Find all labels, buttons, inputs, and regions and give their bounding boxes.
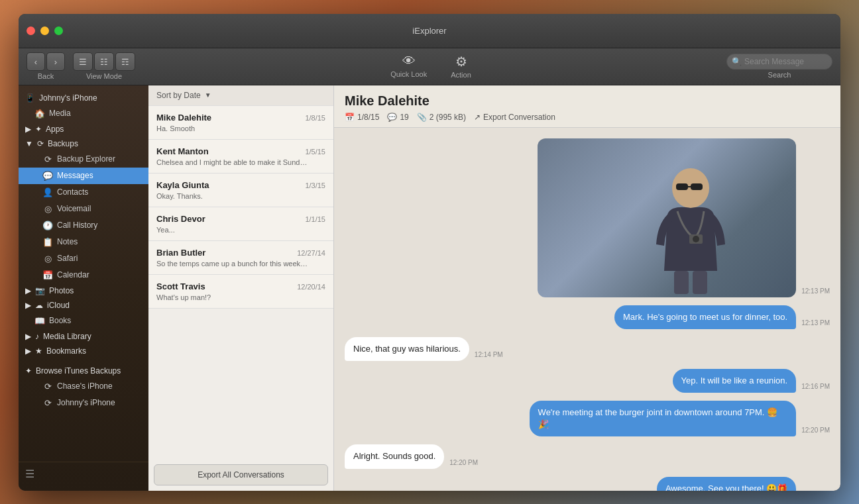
calendar-icon: 📅 [42,270,53,280]
sidebar-browse-itunes[interactable]: ✦ Browse iTunes Backups [19,364,148,378]
message-row-4: We're meeting at the burger joint in dow… [345,401,830,436]
conversation-item-mike[interactable]: Mike Dalehite 1/8/15 Ha. Smooth [148,106,333,140]
calendar-meta-icon: 📅 [345,113,355,122]
sidebar-label-notes: Notes [57,237,78,246]
sidebar-label-contacts: Contacts [57,187,88,197]
message-bubble-1: Mark. He's going to meet us for dinner, … [614,305,796,329]
back-button[interactable]: ‹ [27,52,45,71]
sidebar-label-call-history: Call History [57,221,97,230]
message-list-panel: Sort by Date ▼ Mike Dalehite 1/8/15 Ha. … [148,85,334,491]
media-icon: 🏠 [34,109,45,119]
sidebar-item-notes[interactable]: 📋 Notes [19,234,148,250]
sidebar-item-messages[interactable]: 💬 Messages [19,168,148,184]
arrow-icon-backups: ▼ [25,139,33,148]
conv-date-kayla: 1/3/15 [305,181,325,189]
apps-icon: ✦ [35,125,42,134]
sidebar-label-media: Media [49,109,71,118]
hamburger-menu-button[interactable]: ☰ [25,468,34,480]
chat-area: Mike Dalehite 📅 1/8/15 💬 19 📎 2 (995 kB) [334,85,840,491]
sidebar-item-chase-iphone[interactable]: ⟳ Chase's iPhone [19,378,148,395]
sidebar-item-johnny-iphone[interactable]: ⟳ Johnny's iPhone [19,395,148,411]
message-bubble-5: Alright. Sounds good. [345,444,444,468]
gear-icon: ⚙ [455,54,467,70]
sidebar-label-messages: Messages [57,171,93,180]
sidebar-label-icloud: iCloud [47,301,70,310]
sidebar-item-media[interactable]: 🏠 Media [19,105,148,122]
sidebar-item-backup-explorer[interactable]: ⟳ Backup Explorer [19,151,148,168]
sidebar-item-photos[interactable]: ▶ 📷 Photos [19,283,148,298]
minimize-button[interactable] [40,26,49,35]
msg-time-3: 12:16 PM [801,383,830,393]
conv-date-chris: 1/1/15 [305,215,325,223]
search-group: 🔍 Search [726,54,832,79]
view-list-button[interactable]: ☰ [73,52,93,71]
sidebar-item-call-history[interactable]: 🕐 Call History [19,217,148,234]
message-count-icon: 💬 [387,113,397,122]
sidebar-item-safari[interactable]: ◎ Safari [19,250,148,267]
conversation-item-chris[interactable]: Chris Devor 1/1/15 Yea... [148,207,333,241]
quick-look-button[interactable]: 👁 Quick Look [385,51,432,81]
conv-preview-brian: So the temps came up a bunch for this we… [156,260,309,268]
safari-icon: ◎ [42,254,53,264]
sidebar-item-media-library[interactable]: ▶ ♪ Media Library [19,329,148,344]
view-columns-button[interactable]: ☷ [94,52,114,71]
view-mode-label: View Mode [86,72,122,80]
voicemail-icon: ◎ [42,204,53,214]
conversation-item-brian[interactable]: Brian Butler 12/27/14 So the temps came … [148,241,333,275]
search-label: Search [768,71,791,79]
conversation-item-kent[interactable]: Kent Manton 1/5/15 Chelsea and I might b… [148,140,333,174]
sidebar-item-apps[interactable]: ▶ ✦ Apps [19,122,148,136]
nav-group: ‹ › Back [27,52,65,80]
msg-time-2: 12:14 PM [475,351,503,361]
sidebar-item-calendar[interactable]: 📅 Calendar [19,267,148,283]
export-conv-label: Export Conversation [483,113,555,122]
toolbar: ‹ › Back ☰ ☷ ☶ View Mode 👁 Quick Look ⚙ … [19,48,840,85]
svg-rect-1 [676,183,688,190]
view-grid-button[interactable]: ☶ [115,52,135,71]
sort-label[interactable]: Sort by Date [156,91,201,100]
conv-date-scott: 12/20/14 [297,283,325,291]
sidebar-item-bookmarks[interactable]: ▶ ★ Bookmarks [19,344,148,358]
view-mode-group: ☰ ☷ ☶ View Mode [73,52,135,80]
export-conversation-button[interactable]: ↗ Export Conversation [474,113,555,122]
iphone-icon: 📱 [25,93,35,103]
sidebar-label-backup-explorer: Backup Explorer [57,154,115,164]
toolbar-center: 👁 Quick Look ⚙ Action [141,51,721,81]
export-all-button[interactable]: Export All Conversations [154,464,328,485]
sort-arrow-icon: ▼ [205,91,211,99]
device-name: Johnny's iPhone [39,93,97,103]
chat-title: Mike Dalehite [345,93,830,109]
action-button[interactable]: ⚙ Action [445,51,477,81]
maximize-button[interactable] [54,26,63,35]
arrow-icon-bookmarks: ▶ [25,346,31,356]
conv-name-brian: Brian Butler [156,248,205,258]
sidebar-item-books[interactable]: 📖 Books [19,313,148,329]
conversation-item-kayla[interactable]: Kayla Giunta 1/3/15 Okay. Thanks. [148,174,333,207]
conv-preview-mike: Ha. Smooth [156,125,309,132]
main-content: 📱 Johnny's iPhone 🏠 Media ▶ ✦ Apps ▼ ⟳ B… [19,85,840,491]
message-row-1: Mark. He's going to meet us for dinner, … [345,305,830,329]
forward-button[interactable]: › [46,52,65,71]
search-input-wrap: 🔍 [726,54,832,70]
search-input[interactable] [726,54,832,70]
attachment-icon: 📎 [417,113,427,122]
chat-date: 1/8/15 [357,113,379,122]
sidebar-item-voicemail[interactable]: ◎ Voicemail [19,201,148,217]
media-lib-icon: ♪ [35,332,39,341]
browse-itunes-label: Browse iTunes Backups [36,366,121,376]
conversation-item-scott[interactable]: Scott Travis 12/20/14 What's up man!? [148,275,333,309]
close-button[interactable] [27,26,35,35]
johnny-iphone-icon: ⟳ [42,398,53,408]
message-row-3: Yep. It will be like a reunion. 12:16 PM [345,369,830,393]
sidebar-item-icloud[interactable]: ▶ ☁ iCloud [19,298,148,313]
sidebar-item-backups[interactable]: ▼ ⟳ Backups [19,136,148,151]
sidebar-device-header[interactable]: 📱 Johnny's iPhone [19,91,148,105]
quick-look-label: Quick Look [390,70,427,78]
sidebar-item-contacts[interactable]: 👤 Contacts [19,184,148,201]
icloud-icon: ☁ [35,301,43,310]
svg-rect-2 [691,183,703,190]
sidebar-label-photos: Photos [49,286,74,295]
export-icon: ↗ [474,113,481,122]
conv-name-kent: Kent Manton [156,146,209,156]
books-icon: 📖 [34,316,45,326]
